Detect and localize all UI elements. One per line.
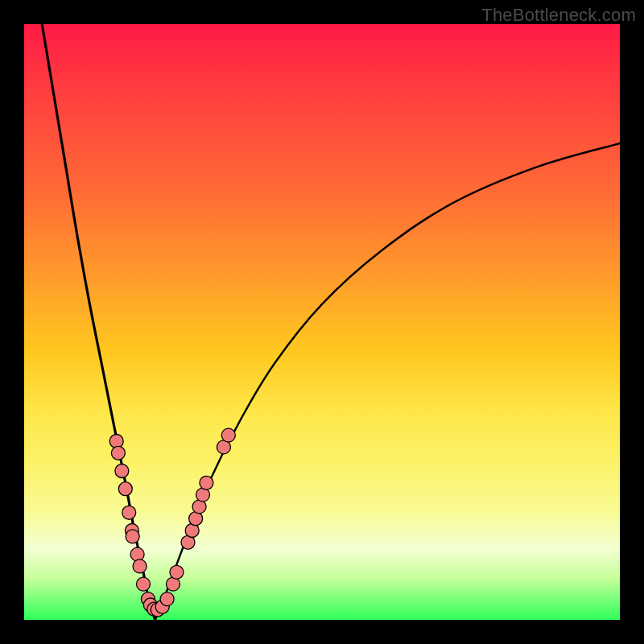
data-dot [137,577,151,591]
curve-right_branch [155,143,620,620]
watermark-text: TheBottleneck.com [481,5,636,26]
data-dot [122,506,136,519]
data-dot [133,559,147,573]
data-dot [111,446,125,460]
data-dot [170,565,184,579]
data-dot [118,482,132,496]
data-dot [160,592,174,606]
plot-area [24,24,620,620]
data-dot [115,464,129,478]
data-dot [126,530,139,543]
dot-layer [109,428,235,617]
data-dot [200,476,213,489]
chart-svg [24,24,620,620]
data-dot [221,428,235,442]
data-dot [130,547,144,561]
chart-frame: TheBottleneck.com [0,0,644,644]
